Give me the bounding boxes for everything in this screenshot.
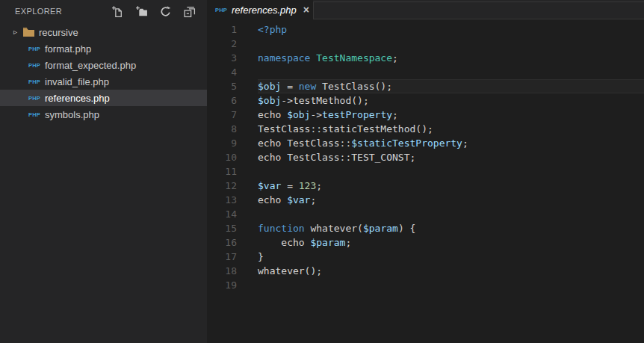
code-line-content[interactable]: $obj->testMethod(); — [258, 93, 644, 108]
code-line-content[interactable]: TestClass::staticTestMethod(); — [258, 122, 644, 136]
tree-folder-recursive[interactable]: ▹ recursive — [0, 24, 207, 40]
refresh-button[interactable] — [159, 5, 172, 18]
token: function — [258, 223, 305, 234]
code-line-content[interactable]: $obj = new TestClass(); — [258, 79, 644, 93]
code-line-18[interactable]: 18whatever(); — [207, 264, 644, 278]
line-number[interactable]: 2 — [207, 37, 237, 51]
explorer-title: EXPLORER — [15, 7, 111, 16]
code-line-11[interactable]: 11 — [207, 164, 644, 179]
code-line-9[interactable]: 9echo TestClass::$staticTestProperty; — [207, 136, 644, 150]
file-name: invalid_file.php — [45, 76, 109, 87]
vscode-window: EXPLORER — [0, 0, 644, 343]
new-folder-icon — [135, 5, 148, 18]
line-number[interactable]: 14 — [207, 207, 237, 221]
code-line-3[interactable]: 3namespace TestNamespace; — [207, 51, 644, 65]
line-number[interactable]: 15 — [207, 221, 237, 235]
code-line-6[interactable]: 6$obj->testMethod(); — [207, 93, 644, 108]
code-line-content[interactable] — [258, 164, 644, 179]
line-number[interactable]: 6 — [207, 93, 237, 108]
code-line-content[interactable] — [258, 278, 644, 292]
line-number[interactable]: 1 — [207, 22, 237, 37]
token: echo TestClass::TEST_CONST; — [258, 152, 415, 163]
token: <?php — [258, 24, 287, 35]
token: $param — [310, 237, 345, 248]
file-name: references.php — [45, 93, 110, 104]
php-file-icon: PHP — [28, 62, 39, 69]
collapse-all-button[interactable] — [183, 5, 196, 18]
tree-file-invalid_file-php[interactable]: PHPinvalid_file.php — [0, 73, 207, 90]
tab-bar: PHP references.php × — [207, 0, 644, 19]
line-number[interactable]: 16 — [207, 235, 237, 250]
file-name: symbols.php — [45, 109, 99, 120]
close-icon[interactable]: × — [303, 4, 309, 15]
tab-bar-empty-area — [313, 1, 644, 19]
token: echo TestClass:: — [258, 137, 351, 149]
token: 123 — [299, 180, 316, 191]
line-number[interactable]: 11 — [207, 164, 237, 179]
code-line-2[interactable]: 2 — [207, 37, 644, 51]
line-number[interactable]: 13 — [207, 193, 237, 207]
token: echo — [258, 109, 287, 120]
token: TestNamespace — [316, 52, 392, 64]
line-number[interactable]: 5 — [207, 79, 237, 93]
code-line-content[interactable]: echo TestClass::$staticTestProperty; — [258, 136, 644, 150]
token: $var — [287, 194, 310, 206]
folder-name: recursive — [39, 27, 78, 38]
code-line-content[interactable]: echo $var; — [258, 193, 644, 207]
tree-file-references-php[interactable]: PHPreferences.php — [0, 90, 207, 106]
token: testProperty — [322, 109, 392, 120]
tab-references-php[interactable]: PHP references.php × — [207, 0, 313, 19]
code-line-12[interactable]: 12$var = 123; — [207, 179, 644, 193]
code-line-content[interactable]: whatever(); — [258, 264, 644, 278]
code-line-4[interactable]: 4 — [207, 65, 644, 79]
code-line-content[interactable]: $var = 123; — [258, 179, 644, 193]
code-line-10[interactable]: 10echo TestClass::TEST_CONST; — [207, 150, 644, 164]
line-number[interactable]: 3 — [207, 51, 237, 65]
new-file-button[interactable] — [111, 5, 124, 18]
line-number[interactable]: 7 — [207, 108, 237, 122]
code-line-15[interactable]: 15function whatever($param) { — [207, 221, 644, 235]
code-line-19[interactable]: 19 — [207, 278, 644, 292]
code-line-14[interactable]: 14 — [207, 207, 644, 221]
code-line-content[interactable] — [258, 37, 644, 51]
code-line-17[interactable]: 17} — [207, 250, 644, 264]
line-number[interactable]: 12 — [207, 179, 237, 193]
token: $staticTestProperty — [351, 137, 462, 149]
code-line-13[interactable]: 13echo $var; — [207, 193, 644, 207]
code-line-7[interactable]: 7echo $obj->testProperty; — [207, 108, 644, 122]
tab-label: references.php — [232, 4, 297, 16]
line-number[interactable]: 19 — [207, 278, 237, 292]
code-line-content[interactable] — [258, 207, 644, 221]
code-line-content[interactable]: } — [258, 250, 644, 264]
php-file-icon: PHP — [28, 46, 39, 52]
code-line-content[interactable] — [258, 65, 644, 79]
line-number[interactable]: 9 — [207, 136, 237, 150]
code-line-content[interactable]: function whatever($param) { — [258, 221, 644, 235]
line-number[interactable]: 10 — [207, 150, 237, 164]
token: whatever( — [305, 223, 363, 234]
code-line-5[interactable]: 5$obj = new TestClass(); — [207, 79, 644, 93]
tree-file-format-php[interactable]: PHPformat.php — [0, 40, 207, 57]
code-line-content[interactable]: echo $param; — [258, 235, 644, 250]
code-line-content[interactable]: echo $obj->testProperty; — [258, 108, 644, 122]
tree-file-format_expected-php[interactable]: PHPformat_expected.php — [0, 57, 207, 73]
token: ; — [392, 109, 398, 120]
code-line-content[interactable]: namespace TestNamespace; — [258, 51, 644, 65]
line-number[interactable]: 4 — [207, 65, 237, 79]
code-line-content[interactable]: <?php — [258, 22, 644, 37]
code-line-16[interactable]: 16 echo $param; — [207, 235, 644, 250]
new-folder-button[interactable] — [135, 5, 148, 18]
code-line-8[interactable]: 8TestClass::staticTestMethod(); — [207, 122, 644, 136]
tree-file-symbols-php[interactable]: PHPsymbols.php — [0, 106, 207, 123]
line-number[interactable]: 8 — [207, 122, 237, 136]
token: TestClass(); — [316, 81, 392, 92]
php-file-icon: PHP — [28, 111, 39, 118]
code-editor[interactable]: 1<?php23namespace TestNamespace;45$obj =… — [207, 19, 644, 343]
line-number[interactable]: 17 — [207, 250, 237, 264]
file-name: format.php — [45, 43, 91, 55]
code-line-1[interactable]: 1<?php — [207, 22, 644, 37]
collapse-all-icon — [183, 5, 196, 18]
code-line-content[interactable]: echo TestClass::TEST_CONST; — [258, 150, 644, 164]
token: ; — [316, 180, 322, 191]
line-number[interactable]: 18 — [207, 264, 237, 278]
